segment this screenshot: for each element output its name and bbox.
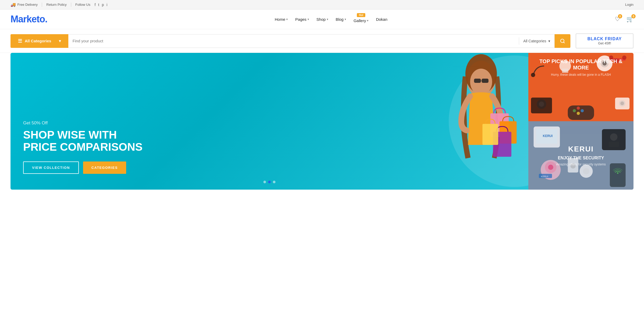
search-bar: All Categories ▾: [68, 34, 555, 48]
twitter-icon[interactable]: t: [98, 3, 99, 7]
hero-side-banners: TOP PICKS IN POPULAR TECH & MORE Hurry, …: [528, 53, 633, 190]
categories-button[interactable]: CATEGORIES: [83, 161, 126, 174]
delivery-icon: 🚚: [11, 2, 16, 7]
tech-banner-title: TOP PICKS IN POPULAR TECH & MORE: [535, 58, 627, 71]
svg-point-23: [539, 102, 544, 107]
kerui-banner: KERUI KERUI: [528, 121, 633, 190]
search-button[interactable]: [555, 34, 570, 48]
svg-point-28: [577, 112, 580, 115]
return-policy-label: Return Policy: [46, 3, 67, 7]
svg-rect-9: [482, 124, 498, 145]
nav-pages[interactable]: Pages ▾: [295, 17, 309, 22]
svg-point-27: [581, 109, 584, 112]
slide-dot-3[interactable]: [273, 181, 275, 183]
wishlist-count: 0: [618, 14, 622, 18]
login-link[interactable]: Login: [625, 3, 633, 7]
search-input[interactable]: [68, 34, 519, 48]
black-friday-banner[interactable]: BLACK FRIDAY Get 45ff!: [576, 33, 633, 48]
hero-woman-figure: [207, 53, 528, 190]
slide-indicators: [263, 181, 275, 183]
nav-gallery[interactable]: Hot Gallery ▾: [354, 18, 369, 23]
top-bar: 🚚 Free Delivery Return Policy Follow Us …: [0, 0, 644, 9]
social-links: f t p i: [95, 3, 108, 7]
follow-us-label: Follow Us: [75, 3, 90, 7]
svg-point-43: [583, 168, 589, 174]
category-chevron-icon: ▾: [548, 39, 550, 43]
svg-point-2: [470, 69, 492, 95]
tech-banner-subtitle: Hurry, these deals will be gone in a FLA…: [535, 73, 627, 77]
facebook-icon[interactable]: f: [95, 3, 96, 7]
black-friday-subtitle: Get 45ff!: [584, 41, 626, 45]
svg-point-25: [573, 109, 576, 112]
svg-text:KERUI: KERUI: [541, 175, 548, 178]
kerui-banner-title: kerui: [536, 145, 626, 154]
free-delivery-label: 🚚 Free Delivery: [11, 2, 38, 7]
hero-tag: Get 50% Off: [23, 120, 149, 126]
svg-rect-24: [568, 105, 594, 120]
tech-banner: TOP PICKS IN POPULAR TECH & MORE Hurry, …: [528, 53, 633, 121]
hero-content: Get 50% Off SHOP WISE WITH PRICE COMPARI…: [23, 120, 149, 174]
all-categories-button[interactable]: ☰ All Categories ▾: [11, 34, 68, 48]
cart-button[interactable]: 🛒 0: [626, 16, 633, 23]
category-dropdown[interactable]: All Categories ▾: [519, 39, 554, 43]
nav-blog-chevron: ▾: [345, 18, 346, 21]
main-nav: Home ▾ Pages ▾ Shop ▾ Blog ▾ Hot Gallery…: [275, 16, 387, 23]
logo-main: Marketo: [11, 14, 45, 24]
chevron-down-icon: ▾: [59, 39, 61, 43]
svg-rect-3: [474, 79, 481, 83]
black-friday-title: BLACK FRIDAY: [584, 37, 626, 41]
hero-section: Get 50% Off SHOP WISE WITH PRICE COMPARI…: [0, 53, 644, 190]
svg-point-35: [610, 133, 617, 141]
nav-blog[interactable]: Blog ▾: [336, 17, 346, 22]
pinterest-icon[interactable]: p: [102, 3, 104, 7]
svg-text:KERUI: KERUI: [543, 134, 553, 138]
cart-count: 0: [631, 14, 636, 18]
nav-shop-chevron: ▾: [327, 18, 328, 21]
svg-rect-47: [612, 166, 623, 184]
svg-point-48: [617, 172, 619, 174]
instagram-icon[interactable]: i: [106, 3, 107, 7]
divider-2: [71, 3, 71, 7]
nav-shop[interactable]: Shop ▾: [316, 17, 328, 22]
header: Marketo. Home ▾ Pages ▾ Shop ▾ Blog ▾ Ho…: [0, 9, 644, 29]
slide-dot-2[interactable]: [268, 181, 271, 183]
top-bar-left: 🚚 Free Delivery Return Policy Follow Us …: [11, 2, 107, 7]
wishlist-button[interactable]: ♡ 0: [615, 16, 620, 23]
nav-gallery-chevron: ▾: [367, 19, 369, 22]
svg-point-20: [620, 102, 624, 105]
svg-rect-4: [482, 79, 488, 83]
kerui-enjoy-title: ENJOY THE SECURITY: [536, 155, 626, 160]
hero-title: SHOP WISE WITH PRICE COMPARISONS: [23, 129, 149, 153]
search-area: ☰ All Categories ▾ All Categories ▾ BLAC…: [0, 29, 644, 53]
hamburger-icon: ☰: [18, 38, 22, 44]
svg-point-26: [577, 107, 580, 110]
divider-1: [42, 3, 42, 7]
nav-home-chevron: ▾: [286, 18, 288, 21]
header-icons: ♡ 0 🛒 0: [615, 16, 633, 23]
kerui-banner-subtitle: Amazing offers for security systems: [536, 163, 626, 166]
logo[interactable]: Marketo.: [11, 14, 47, 25]
hot-badge: Hot: [357, 13, 365, 17]
nav-pages-chevron: ▾: [308, 18, 309, 21]
nav-home[interactable]: Home ▾: [275, 17, 288, 22]
logo-dot: .: [45, 14, 47, 24]
view-collection-button[interactable]: VIEW COLLECTION: [23, 161, 79, 174]
hero-main-banner: Get 50% Off SHOP WISE WITH PRICE COMPARI…: [11, 53, 528, 190]
slide-dot-1[interactable]: [263, 181, 266, 183]
search-icon: [560, 38, 565, 44]
nav-dokan[interactable]: Dokan: [376, 17, 387, 22]
hero-buttons: VIEW COLLECTION CATEGORIES: [23, 161, 149, 174]
